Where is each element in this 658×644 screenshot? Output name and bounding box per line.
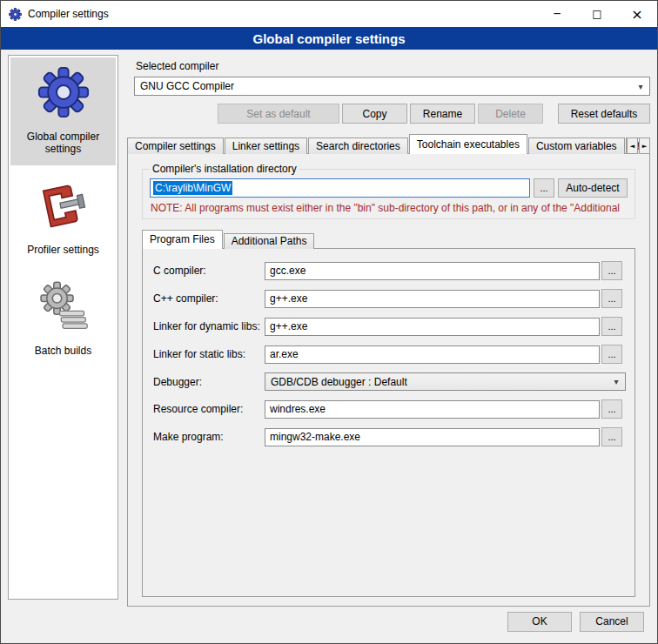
installation-directory-legend: Compiler's installation directory <box>150 163 299 175</box>
sidebar-item-label: Batch builds <box>35 345 91 357</box>
dialog-footer: OK Cancel <box>1 607 657 643</box>
maximize-icon: □ <box>592 8 601 20</box>
make-program-label: Make program: <box>151 431 263 443</box>
rename-button[interactable]: Rename <box>410 104 475 124</box>
selected-compiler-label: Selected compiler <box>136 60 650 72</box>
installation-directory-row: C:\raylib\MinGW ... Auto-detect <box>150 178 628 198</box>
linker-dynamic-input[interactable]: g++.exe <box>265 318 600 336</box>
install-dir-note: NOTE: All programs must exist either in … <box>151 202 627 214</box>
tab-scroll-left-button[interactable]: ◄ <box>627 138 638 154</box>
copy-button[interactable]: Copy <box>342 104 407 124</box>
sidebar-item-label: Global compiler settings <box>12 131 114 155</box>
sidebar-item-label: Profiler settings <box>27 244 99 256</box>
close-icon: × <box>631 6 642 23</box>
debugger-label: Debugger: <box>151 376 263 388</box>
browse-install-dir-button[interactable]: ... <box>534 178 554 198</box>
selected-compiler-section: Selected compiler GNU GCC Compiler ▾ Set… <box>127 57 650 124</box>
dialog-header: Global compiler settings <box>1 27 657 50</box>
tab-scroll-controls: ◄ ► <box>627 138 650 154</box>
browse-make-program-button[interactable]: ... <box>601 427 622 446</box>
titlebar: Compiler settings ─ □ × <box>1 1 657 27</box>
chevron-down-icon: ▾ <box>634 82 648 91</box>
settings-tabstrip: Compiler settings Linker settings Search… <box>127 134 650 154</box>
browse-c-compiler-button[interactable]: ... <box>601 261 622 280</box>
compiler-combobox-value: GNU GCC Compiler <box>140 80 634 92</box>
compiler-combobox[interactable]: GNU GCC Compiler ▾ <box>134 77 650 96</box>
close-button[interactable]: × <box>617 1 657 27</box>
profiler-clamp-icon <box>36 178 91 233</box>
compiler-settings-window: Compiler settings ─ □ × Global compiler … <box>0 0 658 644</box>
toolchain-executables-panel: Compiler's installation directory C:\ray… <box>127 153 650 607</box>
resource-compiler-label: Resource compiler: <box>151 403 263 415</box>
program-files-tabstrip: Program Files Additional Paths <box>142 230 635 249</box>
minimize-button[interactable]: ─ <box>537 1 577 27</box>
browse-linker-dynamic-button[interactable]: ... <box>601 317 622 336</box>
set-as-default-button: Set as default <box>218 104 339 124</box>
arrow-left-icon: ◄ <box>630 143 634 150</box>
sidebar-item-profiler-settings[interactable]: Profiler settings <box>10 171 116 266</box>
debugger-combobox-value: GDB/CDB debugger : Default <box>271 376 609 388</box>
tab-compiler-settings[interactable]: Compiler settings <box>127 138 224 154</box>
delete-button: Delete <box>478 104 543 124</box>
autodetect-button[interactable]: Auto-detect <box>558 178 628 198</box>
main-panel: Selected compiler GNU GCC Compiler ▾ Set… <box>127 55 650 607</box>
cpp-compiler-label: C++ compiler: <box>151 292 263 305</box>
linker-static-input[interactable]: ar.exe <box>265 345 600 364</box>
arrow-right-icon: ► <box>642 143 647 150</box>
browse-linker-static-button[interactable]: ... <box>601 345 622 364</box>
make-program-input[interactable]: mingw32-make.exe <box>265 428 600 446</box>
linker-static-label: Linker for static libs: <box>151 348 263 360</box>
window-title: Compiler settings <box>28 8 109 20</box>
c-compiler-label: C compiler: <box>151 265 263 277</box>
ok-button[interactable]: OK <box>507 612 572 632</box>
tab-program-files[interactable]: Program Files <box>142 230 223 249</box>
chevron-down-icon: ▾ <box>609 377 623 386</box>
tab-scroll-right-button[interactable]: ► <box>639 138 650 154</box>
browse-resource-compiler-button[interactable]: ... <box>601 399 622 419</box>
installation-directory-group: Compiler's installation directory C:\ray… <box>142 163 635 219</box>
c-compiler-input[interactable]: gcc.exe <box>265 262 600 280</box>
linker-dynamic-label: Linker for dynamic libs: <box>151 320 263 332</box>
sidebar-item-batch-builds[interactable]: Batch builds <box>10 272 116 367</box>
install-dir-selected-text: C:\raylib\MinGW <box>153 181 232 195</box>
window-controls: ─ □ × <box>537 1 657 27</box>
debugger-combobox[interactable]: GDB/CDB debugger : Default ▾ <box>265 372 626 391</box>
app-gear-icon <box>8 7 22 21</box>
tab-additional-paths[interactable]: Additional Paths <box>224 233 315 249</box>
gray-gear-stack-icon <box>36 278 91 334</box>
cpp-compiler-input[interactable]: g++.exe <box>265 290 600 308</box>
blue-gear-icon <box>36 64 91 120</box>
sidebar: Global compiler settings Profiler settin… <box>8 55 118 600</box>
minimize-icon: ─ <box>554 8 560 20</box>
toolchain-form: C compiler: gcc.exe ... C++ compiler: g+… <box>151 261 626 446</box>
tab-custom-variables[interactable]: Custom variables <box>528 138 625 154</box>
maximize-button[interactable]: □ <box>577 1 617 27</box>
install-dir-input[interactable]: C:\raylib\MinGW <box>150 178 530 198</box>
tab-linker-settings[interactable]: Linker settings <box>225 138 307 154</box>
tab-search-directories[interactable]: Search directories <box>308 138 408 154</box>
sidebar-item-global-compiler-settings[interactable]: Global compiler settings <box>10 57 116 165</box>
cancel-button[interactable]: Cancel <box>580 612 644 632</box>
program-files-panel: C compiler: gcc.exe ... C++ compiler: g+… <box>142 248 635 597</box>
compiler-button-row: Set as default Copy Rename Delete Reset … <box>134 104 650 124</box>
resource-compiler-input[interactable]: windres.exe <box>265 400 600 419</box>
reset-defaults-button[interactable]: Reset defaults <box>558 104 650 124</box>
tab-toolchain-executables[interactable]: Toolchain executables <box>409 134 527 154</box>
browse-cpp-compiler-button[interactable]: ... <box>601 289 622 308</box>
